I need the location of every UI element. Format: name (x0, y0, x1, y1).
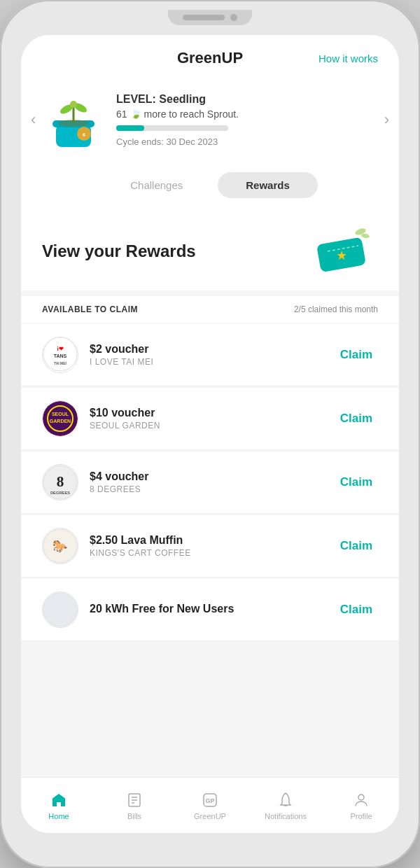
svg-text:GP: GP (205, 797, 214, 804)
main-content: View your Rewards ★ (21, 209, 399, 777)
ticket-illustration: ★ (308, 223, 378, 279)
level-info: LEVEL: Seedling 61 🍃 more to reach Sprou… (116, 93, 378, 147)
seoul-logo: SEOUL GARDEN (43, 401, 78, 436)
screen: GreenUP How it works ‹ (21, 35, 399, 833)
phone-frame: GreenUP How it works ‹ (0, 0, 420, 868)
reward-brand-4: KINGS'S CART COFFEE (90, 548, 323, 558)
home-icon (50, 791, 68, 809)
nav-label-greenup: GreenUP (194, 812, 226, 820)
svg-point-28 (43, 593, 77, 626)
svg-text:GARDEN: GARDEN (50, 419, 71, 424)
reward-name-4: $2.50 Lava Muffin (90, 534, 323, 547)
claim-button-1[interactable]: Claim (335, 345, 378, 365)
kings-logo: 🐎 (43, 528, 78, 564)
reward-item-3: 8 DEGREES $4 voucher 8 DEGREES Claim (21, 451, 399, 514)
reward-item-2: SEOUL GARDEN $10 voucher SEOUL GARDEN Cl… (21, 388, 399, 450)
reward-item-4: 🐎 $2.50 Lava Muffin KINGS'S CART COFFEE … (21, 515, 399, 578)
rewards-title: View your Rewards (42, 241, 196, 261)
rewards-header: View your Rewards ★ (21, 209, 399, 290)
progress-number: 61 (116, 108, 127, 120)
cycle-text: Cycle ends: 30 Dec 2023 (116, 136, 378, 147)
claim-section-header: AVAILABLE TO CLAIM 2/5 claimed this mont… (21, 296, 399, 323)
svg-point-36 (358, 794, 364, 800)
svg-text:SEOUL: SEOUL (52, 412, 69, 416)
reward-logo-1: i❤ TANS TAI MEI (42, 337, 78, 373)
level-card: ‹ (21, 74, 399, 165)
reward-name-1: $2 voucher (90, 343, 323, 356)
notch-area (0, 0, 420, 35)
svg-text:TANS: TANS (54, 354, 67, 358)
reward-name-5: 20 kWh Free for New Users (90, 603, 323, 615)
profile-icon (352, 791, 370, 809)
progress-suffix: more to reach Sprout. (144, 108, 239, 120)
phone-notch (168, 10, 252, 25)
nav-item-home[interactable]: Home (21, 791, 97, 820)
reward-info-1: $2 voucher I LOVE TAI MEI (90, 343, 323, 367)
svg-text:★: ★ (336, 248, 347, 262)
progress-bar-bg (116, 125, 228, 131)
svg-text:DEGREES: DEGREES (50, 491, 70, 495)
notch-pill (183, 15, 225, 20)
nav-item-profile[interactable]: Profile (323, 791, 399, 820)
app-header: GreenUP How it works (21, 35, 399, 74)
greenup-icon: GP (201, 791, 219, 809)
reward-name-2: $10 voucher (90, 407, 323, 419)
nav-item-bills[interactable]: Bills (97, 791, 172, 820)
nav-label-notifications: Notifications (265, 812, 307, 820)
reward-brand-1: I LOVE TAI MEI (90, 357, 323, 367)
how-it-works-link[interactable]: How it works (318, 52, 378, 64)
next-arrow[interactable]: › (382, 111, 392, 129)
reward-logo-3: 8 DEGREES (42, 464, 78, 500)
svg-text:TAI MEI: TAI MEI (54, 361, 67, 365)
tab-rewards-label: Rewards (246, 179, 290, 191)
progress-bar-fill (116, 125, 144, 131)
tabs-container: Challenges Rewards (21, 165, 399, 209)
level-progress-text: 61 🍃 more to reach Sprout. (116, 108, 378, 120)
plant-illustration: ¢ (42, 88, 105, 151)
nav-label-bills: Bills (127, 812, 141, 820)
reward-brand-2: SEOUL GARDEN (90, 421, 323, 430)
bills-icon (125, 791, 144, 809)
tab-challenges-label: Challenges (130, 179, 183, 191)
notifications-icon (276, 791, 295, 809)
claimed-count: 2/5 claimed this month (294, 304, 378, 314)
nav-label-home: Home (48, 812, 69, 820)
reward-item-5: 20 kWh Free for New Users Claim (21, 579, 399, 641)
level-label: LEVEL: Seedling (116, 93, 378, 106)
svg-text:i❤: i❤ (57, 346, 63, 352)
claim-button-5[interactable]: Claim (335, 600, 378, 620)
reward-logo-2: SEOUL GARDEN (42, 400, 78, 437)
tab-rewards[interactable]: Rewards (218, 172, 318, 198)
8deg-logo: 8 DEGREES (43, 464, 78, 500)
reward-info-4: $2.50 Lava Muffin KINGS'S CART COFFEE (90, 534, 323, 558)
available-label: AVAILABLE TO CLAIM (42, 304, 138, 314)
svg-text:🐎: 🐎 (52, 538, 68, 554)
reward-name-3: $4 voucher (90, 470, 323, 483)
nav-label-profile: Profile (350, 812, 372, 820)
reward-info-2: $10 voucher SEOUL GARDEN (90, 407, 323, 430)
iltm-logo: i❤ TANS TAI MEI (43, 337, 78, 373)
leaf-icon: 🍃 (130, 108, 141, 119)
reward-logo-5 (42, 592, 78, 628)
claim-button-4[interactable]: Claim (335, 536, 378, 556)
bottom-nav: Home Bills GP (21, 777, 399, 833)
reward-info-5: 20 kWh Free for New Users (90, 603, 323, 617)
last-logo (43, 592, 78, 628)
nav-item-greenup[interactable]: GP GreenUP (172, 791, 248, 820)
notch-camera (230, 14, 237, 21)
svg-text:¢: ¢ (83, 132, 86, 138)
claim-button-3[interactable]: Claim (335, 472, 378, 492)
reward-info-3: $4 voucher 8 DEGREES (90, 470, 323, 494)
reward-item-1: i❤ TANS TAI MEI $2 voucher I LOVE TAI ME… (21, 324, 399, 386)
app-title: GreenUP (177, 49, 243, 67)
reward-logo-4: 🐎 (42, 528, 78, 564)
tab-challenges[interactable]: Challenges (102, 172, 211, 198)
nav-item-notifications[interactable]: Notifications (248, 791, 323, 820)
prev-arrow[interactable]: ‹ (28, 111, 38, 129)
svg-text:8: 8 (57, 473, 64, 490)
svg-point-6 (70, 101, 77, 108)
reward-brand-3: 8 DEGREES (90, 484, 323, 494)
claim-button-2[interactable]: Claim (335, 409, 378, 428)
